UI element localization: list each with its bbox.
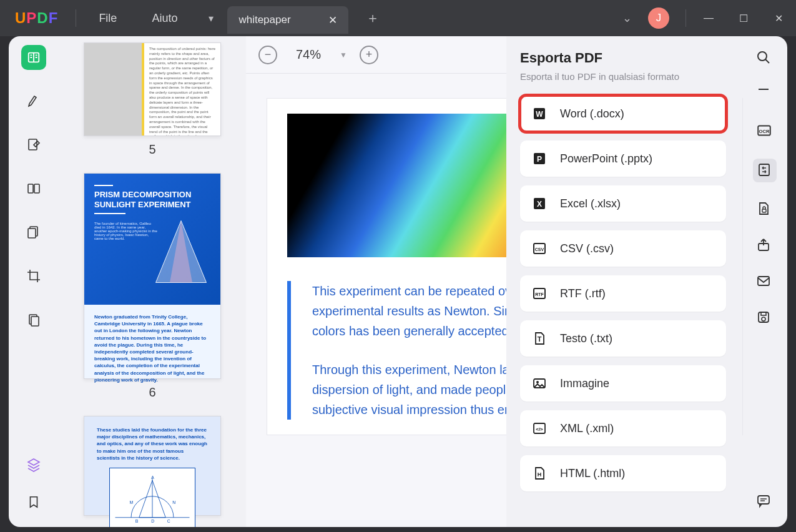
layers-icon[interactable] bbox=[21, 452, 46, 477]
svg-text:H: H bbox=[538, 471, 542, 478]
search-icon[interactable] bbox=[756, 50, 774, 67]
thumbnail-diagram: AMNBDC bbox=[109, 468, 195, 527]
highlight-tool-icon[interactable] bbox=[21, 89, 46, 114]
document-tab[interactable]: whitepaper ✕ bbox=[227, 6, 348, 34]
export-option-image[interactable]: Immagine bbox=[520, 365, 726, 401]
svg-rect-40 bbox=[759, 164, 769, 175]
page-thumbnail-6[interactable]: PRISM DECOMPOSITION SUNLIGHT EXPERIMENT … bbox=[84, 173, 221, 379]
export-option-html[interactable]: H HTML (.html) bbox=[520, 455, 726, 491]
export-option-powerpoint[interactable]: P PowerPoint (.pptx) bbox=[520, 140, 726, 177]
powerpoint-icon: P bbox=[531, 150, 548, 167]
tab-close-icon[interactable]: ✕ bbox=[328, 14, 337, 27]
svg-point-46 bbox=[762, 317, 765, 321]
reader-mode-icon[interactable] bbox=[21, 45, 46, 70]
zoom-dropdown-icon[interactable]: ▼ bbox=[340, 51, 347, 59]
svg-point-31 bbox=[536, 381, 539, 383]
svg-text:C: C bbox=[167, 519, 170, 523]
tab-menu-dropdown[interactable]: ▾ bbox=[201, 12, 221, 24]
ocr-icon[interactable]: OCR bbox=[756, 122, 774, 140]
titlebar: UPDF File Aiuto ▾ whitepaper ✕ ＋ ⌄ J — ☐… bbox=[0, 0, 796, 36]
export-option-csv[interactable]: CSV CSV (.csv) bbox=[520, 230, 726, 267]
svg-line-36 bbox=[765, 59, 769, 63]
workspace: The composition of ordered points: here … bbox=[9, 36, 787, 527]
save-icon[interactable] bbox=[756, 310, 774, 327]
svg-text:OCR: OCR bbox=[759, 129, 770, 134]
page-thumbnail-7[interactable]: These studies laid the foundation for th… bbox=[84, 416, 221, 516]
svg-rect-3 bbox=[34, 184, 39, 193]
rtf-icon: RTF bbox=[531, 285, 548, 302]
divider bbox=[685, 9, 686, 27]
export-label: Immagine bbox=[560, 377, 609, 390]
user-avatar[interactable]: J bbox=[648, 7, 669, 29]
svg-text:B: B bbox=[135, 519, 139, 523]
svg-text:RTF: RTF bbox=[535, 292, 544, 297]
svg-text:N: N bbox=[172, 500, 175, 505]
thumbnail-text: These studies laid the foundation for th… bbox=[97, 426, 208, 461]
svg-text:P: P bbox=[537, 155, 542, 164]
window-minimize-icon[interactable]: — bbox=[691, 12, 726, 24]
export-option-txt[interactable]: T Testo (.txt) bbox=[520, 320, 726, 357]
document-viewport[interactable]: − 74% ▼ + This experiment can be repeate… bbox=[246, 36, 742, 527]
menu-help[interactable]: Aiuto bbox=[134, 12, 195, 25]
app-logo: UPDF bbox=[0, 9, 71, 27]
html-icon: H bbox=[531, 465, 548, 481]
svg-text:X: X bbox=[537, 200, 542, 209]
zoom-value: 74% bbox=[296, 47, 321, 62]
thumbnail-text: The composition of ordered points: here … bbox=[144, 43, 220, 135]
comment-icon[interactable] bbox=[756, 493, 774, 511]
right-sidebar: OCR bbox=[742, 36, 787, 527]
email-icon[interactable] bbox=[756, 273, 774, 291]
protect-icon[interactable] bbox=[756, 201, 774, 219]
window-maximize-icon[interactable]: ☐ bbox=[726, 12, 761, 24]
excel-icon: X bbox=[531, 195, 548, 212]
thumbnail-footer: Newton graduated from Trinity College, C… bbox=[84, 305, 220, 378]
export-option-excel[interactable]: X Excel (.xlsx) bbox=[520, 185, 726, 222]
svg-rect-5 bbox=[28, 229, 36, 238]
edit-tool-icon[interactable] bbox=[21, 132, 46, 157]
page-thumbnail-5[interactable]: The composition of ordered points: here … bbox=[84, 42, 221, 136]
svg-text:M: M bbox=[129, 500, 133, 505]
export-label: Word (.docx) bbox=[560, 107, 624, 121]
svg-text:</>: </> bbox=[536, 426, 543, 432]
zoom-out-button[interactable]: − bbox=[258, 46, 277, 64]
svg-rect-1 bbox=[29, 139, 37, 150]
svg-text:A: A bbox=[151, 475, 154, 480]
collapse-icon[interactable] bbox=[756, 86, 774, 104]
export-option-xml[interactable]: </> XML (.xml) bbox=[520, 410, 726, 446]
export-title: Esporta PDF bbox=[520, 50, 726, 66]
left-sidebar bbox=[9, 36, 59, 527]
thumbnail-hero: PRISM DECOMPOSITION SUNLIGHT EXPERIMENT … bbox=[84, 174, 220, 305]
account-dropdown-icon[interactable]: ⌄ bbox=[622, 11, 632, 25]
svg-text:T: T bbox=[538, 335, 542, 343]
svg-point-35 bbox=[758, 52, 767, 61]
window-close-icon[interactable]: ✕ bbox=[761, 12, 796, 24]
new-tab-button[interactable]: ＋ bbox=[366, 9, 380, 27]
svg-rect-41 bbox=[762, 209, 766, 212]
svg-rect-43 bbox=[758, 277, 769, 285]
export-panel: Esporta PDF Esporta il tuo PDF in qualsi… bbox=[506, 36, 742, 527]
crop-tool-icon[interactable] bbox=[21, 264, 46, 288]
word-icon: W bbox=[531, 106, 548, 122]
xml-icon: </> bbox=[531, 420, 548, 436]
svg-text:D: D bbox=[151, 519, 154, 523]
convert-icon[interactable] bbox=[753, 159, 777, 182]
menu-file[interactable]: File bbox=[81, 12, 134, 25]
page-layout-icon[interactable] bbox=[21, 176, 46, 201]
export-option-word[interactable]: W Word (.docx) bbox=[520, 96, 726, 132]
compress-tool-icon[interactable] bbox=[21, 307, 46, 332]
organize-pages-icon[interactable] bbox=[21, 220, 46, 245]
svg-text:W: W bbox=[536, 110, 543, 119]
thumbnail-image bbox=[84, 43, 144, 135]
export-option-rtf[interactable]: RTF RTF (.rtf) bbox=[520, 275, 726, 312]
svg-text:CSV: CSV bbox=[535, 247, 544, 252]
share-icon[interactable] bbox=[756, 237, 774, 255]
export-label: PowerPoint (.pptx) bbox=[560, 152, 652, 165]
zoom-in-button[interactable]: + bbox=[360, 46, 378, 64]
thumbnail-panel[interactable]: The composition of ordered points: here … bbox=[59, 36, 246, 527]
svg-rect-47 bbox=[758, 496, 769, 504]
svg-rect-2 bbox=[28, 184, 33, 193]
export-label: Testo (.txt) bbox=[560, 332, 612, 345]
text-icon: T bbox=[531, 330, 548, 347]
bookmark-icon[interactable] bbox=[21, 490, 46, 515]
csv-icon: CSV bbox=[531, 240, 548, 257]
